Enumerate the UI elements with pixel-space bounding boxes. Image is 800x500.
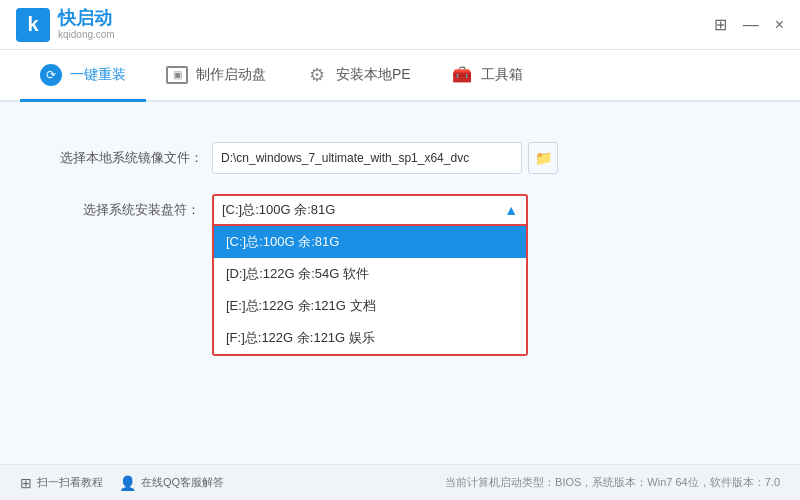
- scan-tutorial-label: 扫一扫看教程: [37, 475, 103, 490]
- tab-make-boot-label: 制作启动盘: [196, 66, 266, 84]
- dropdown-arrow-icon: ▲: [504, 202, 518, 218]
- tab-install-pe-label: 安装本地PE: [336, 66, 411, 84]
- footer-status: 当前计算机启动类型：BIOS，系统版本：Win7 64位，软件版本：7.0: [445, 475, 780, 490]
- disk-selected-value: [C:]总:100G 余:81G: [222, 201, 335, 219]
- file-input[interactable]: D:\cn_windows_7_ultimate_with_sp1_x64_dv…: [212, 142, 522, 174]
- disk-dropdown-list: [C:]总:100G 余:81G[D:]总:122G 余:54G 软件[E:]总…: [212, 226, 528, 356]
- minimize-button[interactable]: —: [743, 16, 759, 34]
- footer-left: ⊞ 扫一扫看教程 👤 在线QQ客服解答: [20, 475, 224, 491]
- main-content: 选择本地系统镜像文件： D:\cn_windows_7_ultimate_wit…: [0, 102, 800, 464]
- tab-reinstall-label: 一键重装: [70, 66, 126, 84]
- logo-sub-text: kqidong.com: [58, 29, 115, 40]
- file-select-label: 选择本地系统镜像文件：: [60, 149, 200, 167]
- qq-icon: 👤: [119, 475, 136, 491]
- file-select-row: 选择本地系统镜像文件： D:\cn_windows_7_ultimate_wit…: [60, 142, 740, 174]
- bookmark-button[interactable]: ⊞: [714, 15, 727, 34]
- disk-select-label: 选择系统安装盘符：: [60, 201, 200, 219]
- footer: ⊞ 扫一扫看教程 👤 在线QQ客服解答 当前计算机启动类型：BIOS，系统版本：…: [0, 464, 800, 500]
- tab-install-pe[interactable]: ⚙ 安装本地PE: [286, 50, 431, 102]
- file-browse-button[interactable]: 📁: [528, 142, 558, 174]
- qq-support-item[interactable]: 👤 在线QQ客服解答: [119, 475, 224, 491]
- disk-dropdown-wrapper: [C:]总:100G 余:81G ▲ [C:]总:100G 余:81G[D:]总…: [212, 194, 528, 226]
- disk-select-row: 选择系统安装盘符： [C:]总:100G 余:81G ▲ [C:]总:100G …: [60, 194, 740, 226]
- disk-option-2[interactable]: [E:]总:122G 余:121G 文档: [214, 290, 526, 322]
- file-control-wrapper: D:\cn_windows_7_ultimate_with_sp1_x64_dv…: [212, 142, 558, 174]
- disk-option-1[interactable]: [D:]总:122G 余:54G 软件: [214, 258, 526, 290]
- install-pe-icon: ⚙: [306, 64, 328, 86]
- logo-text: 快启动 kqidong.com: [58, 9, 115, 40]
- tab-reinstall[interactable]: ⟳ 一键重装: [20, 50, 146, 102]
- window-controls: ⊞ — ×: [714, 15, 784, 34]
- make-boot-icon: ▣: [166, 64, 188, 86]
- qq-support-label: 在线QQ客服解答: [141, 475, 224, 490]
- close-button[interactable]: ×: [775, 16, 784, 34]
- logo-icon: k: [16, 8, 50, 42]
- reinstall-icon: ⟳: [40, 64, 62, 86]
- disk-option-0[interactable]: [C:]总:100G 余:81G: [214, 226, 526, 258]
- disk-option-3[interactable]: [F:]总:122G 余:121G 娱乐: [214, 322, 526, 354]
- tab-toolbox-label: 工具箱: [481, 66, 523, 84]
- scan-tutorial-item[interactable]: ⊞ 扫一扫看教程: [20, 475, 103, 491]
- qr-code-icon: ⊞: [20, 475, 32, 491]
- navbar: ⟳ 一键重装 ▣ 制作启动盘 ⚙ 安装本地PE 🧰 工具箱: [0, 50, 800, 102]
- folder-icon: 📁: [535, 150, 552, 166]
- tab-make-boot[interactable]: ▣ 制作启动盘: [146, 50, 286, 102]
- logo-area: k 快启动 kqidong.com: [16, 8, 115, 42]
- system-status-text: 当前计算机启动类型：BIOS，系统版本：Win7 64位，软件版本：7.0: [445, 476, 780, 488]
- titlebar: k 快启动 kqidong.com ⊞ — ×: [0, 0, 800, 50]
- toolbox-icon: 🧰: [451, 64, 473, 86]
- disk-dropdown-select[interactable]: [C:]总:100G 余:81G ▲: [212, 194, 528, 226]
- file-value: D:\cn_windows_7_ultimate_with_sp1_x64_dv…: [221, 151, 469, 165]
- logo-main-text: 快启动: [58, 9, 115, 29]
- tab-toolbox[interactable]: 🧰 工具箱: [431, 50, 543, 102]
